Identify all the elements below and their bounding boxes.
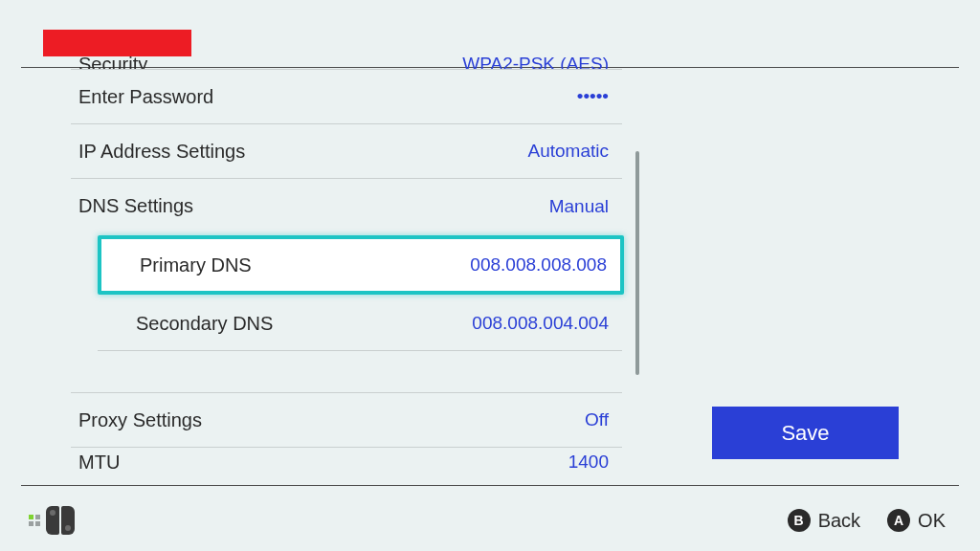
primary-dns-label: Primary DNS xyxy=(140,254,252,276)
dns-label: DNS Settings xyxy=(78,195,193,217)
secondary-dns-label: Secondary DNS xyxy=(136,313,273,335)
row-enter-password[interactable]: Enter Password ••••• xyxy=(71,70,622,124)
list-gap xyxy=(71,351,622,393)
row-secondary-dns[interactable]: Secondary DNS 008.008.004.004 xyxy=(98,297,622,351)
password-label: Enter Password xyxy=(78,86,213,108)
settings-list: Security WPA2-PSK (AES) Enter Password •… xyxy=(71,54,622,476)
proxy-value: Off xyxy=(585,409,609,430)
security-value: WPA2-PSK (AES) xyxy=(462,54,609,70)
dns-value: Manual xyxy=(549,196,609,217)
mtu-value: 1400 xyxy=(568,452,609,473)
row-ip-address-settings[interactable]: IP Address Settings Automatic xyxy=(71,124,622,179)
back-label: Back xyxy=(818,510,860,532)
scrollbar[interactable] xyxy=(635,151,639,375)
ip-label: IP Address Settings xyxy=(78,141,245,163)
b-button-icon: B xyxy=(788,509,811,532)
row-mtu[interactable]: MTU 1400 xyxy=(71,448,622,476)
proxy-label: Proxy Settings xyxy=(78,409,202,431)
row-dns-settings[interactable]: DNS Settings Manual xyxy=(71,179,622,233)
divider-bottom xyxy=(21,485,959,486)
ok-button[interactable]: A OK xyxy=(887,509,946,532)
back-button[interactable]: B Back xyxy=(788,509,860,532)
redacted-block xyxy=(43,30,191,56)
ok-label: OK xyxy=(918,510,946,532)
row-security[interactable]: Security WPA2-PSK (AES) xyxy=(71,54,622,70)
row-proxy-settings[interactable]: Proxy Settings Off xyxy=(71,393,622,448)
save-button[interactable]: Save xyxy=(712,407,899,459)
secondary-dns-value: 008.008.004.004 xyxy=(472,313,609,334)
row-primary-dns[interactable]: Primary DNS 008.008.008.008 xyxy=(98,235,624,295)
security-label: Security xyxy=(78,54,147,70)
footer-bar: B Back A OK xyxy=(0,494,980,547)
mtu-label: MTU xyxy=(78,452,120,474)
a-button-icon: A xyxy=(887,509,910,532)
controller-status-icon xyxy=(29,506,75,535)
primary-dns-value: 008.008.008.008 xyxy=(470,254,607,276)
password-value: ••••• xyxy=(577,86,609,107)
ip-value: Automatic xyxy=(528,141,609,162)
save-button-label: Save xyxy=(781,421,829,446)
